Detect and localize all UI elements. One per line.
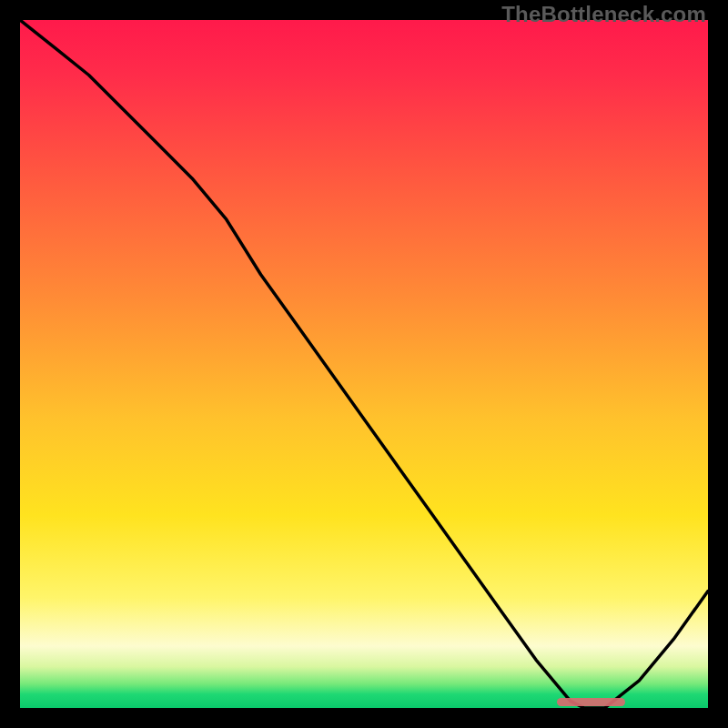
watermark-label: TheBottleneck.com [501, 2, 706, 27]
optimal-zone-marker [557, 698, 626, 706]
chart-frame: TheBottleneck.com [0, 0, 728, 728]
bottleneck-curve [20, 20, 708, 708]
plot-area [20, 20, 708, 708]
